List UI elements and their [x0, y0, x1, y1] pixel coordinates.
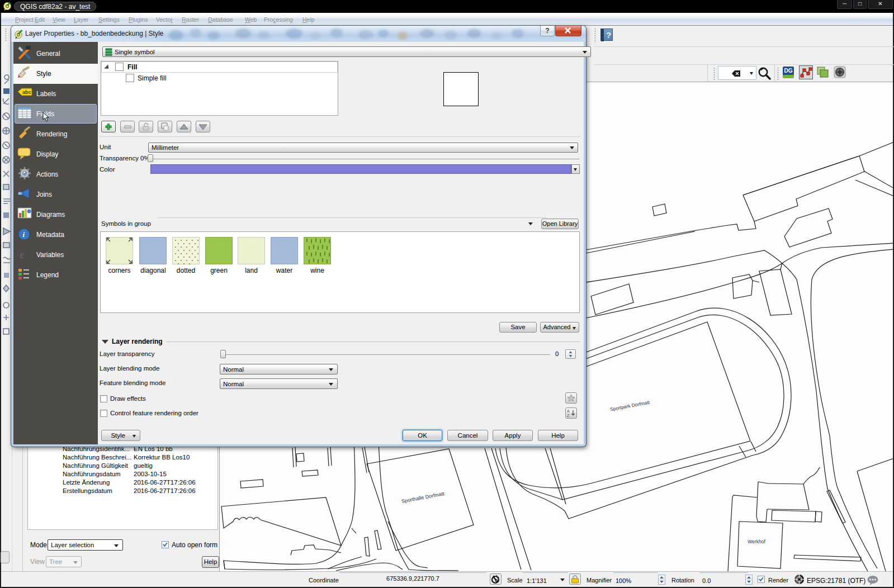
svg-text:Sporthalle Dorfmatt: Sporthalle Dorfmatt: [401, 491, 445, 504]
svg-text:Sportpark Dorfmatt: Sportpark Dorfmatt: [609, 399, 650, 412]
svg-text:Z: Z: [567, 414, 570, 418]
svg-text:Werkhof: Werkhof: [748, 539, 765, 544]
svg-text:A: A: [567, 409, 570, 413]
